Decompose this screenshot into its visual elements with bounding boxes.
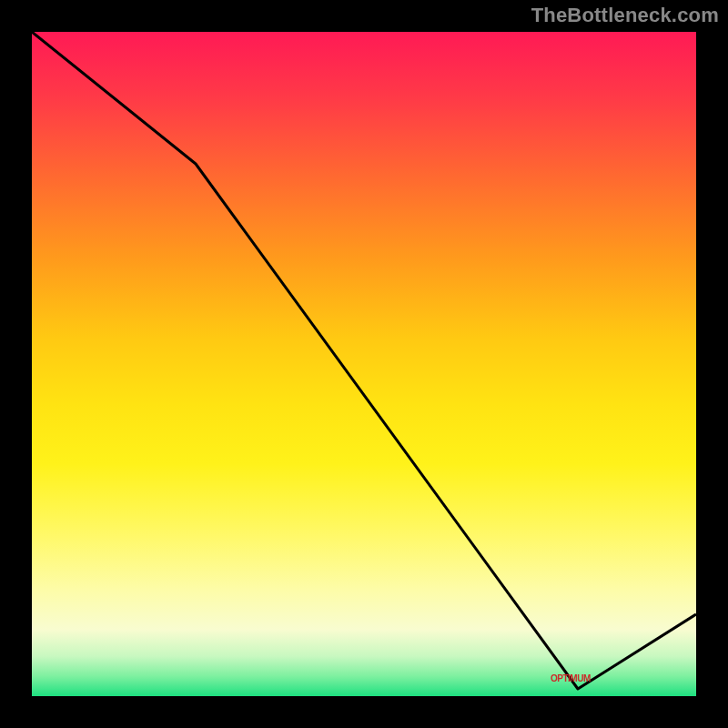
- chart-frame: TheBottleneck.com OPTIMUM: [0, 0, 728, 728]
- plot-area: OPTIMUM: [32, 32, 696, 696]
- bottleneck-curve: [32, 32, 696, 689]
- curve-svg: [32, 32, 696, 696]
- optimum-marker: OPTIMUM: [551, 673, 642, 684]
- attribution-label: TheBottleneck.com: [531, 4, 719, 27]
